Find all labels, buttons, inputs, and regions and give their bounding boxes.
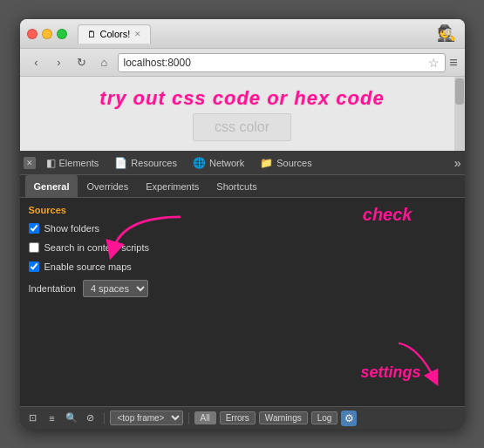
resources-icon: 📄 xyxy=(114,157,127,169)
minimize-button[interactable] xyxy=(42,29,52,39)
forward-button[interactable]: › xyxy=(50,53,69,72)
show-folders-checkbox[interactable] xyxy=(29,223,39,234)
indentation-row: Indentation 4 spaces 2 spaces Tab xyxy=(29,280,456,297)
tab-sources[interactable]: 📁 Sources xyxy=(253,151,318,174)
annotation-check: check xyxy=(363,205,412,225)
browser-menu-button[interactable]: ≡ xyxy=(449,55,457,71)
elements-label: Elements xyxy=(59,158,99,168)
resources-label: Resources xyxy=(131,158,177,168)
close-button[interactable] xyxy=(27,29,37,39)
scrollbar[interactable] xyxy=(454,77,465,151)
page-heading: try out css code or hex code xyxy=(99,87,384,110)
filter-errors-button[interactable]: Errors xyxy=(220,411,256,424)
annotation-settings: settings xyxy=(360,363,420,382)
divider xyxy=(104,412,105,424)
devtools-close-button[interactable]: ✕ xyxy=(24,157,36,169)
maximize-button[interactable] xyxy=(57,29,67,39)
network-icon: 🌐 xyxy=(193,157,206,169)
general-label: General xyxy=(34,181,70,192)
webpage-content: try out css code or hex code css color xyxy=(20,77,465,151)
home-button[interactable]: ⌂ xyxy=(95,53,114,72)
spy-avatar-icon: 🕵 xyxy=(437,24,458,44)
tab-close-button[interactable]: ✕ xyxy=(134,30,141,38)
network-label: Network xyxy=(209,158,244,168)
tab-area: 🗒 Colors! ✕ xyxy=(78,24,432,44)
source-maps-checkbox[interactable] xyxy=(29,261,39,272)
title-bar: 🗒 Colors! ✕ 🕵 xyxy=(20,19,465,49)
console-icon[interactable]: ≡ xyxy=(44,411,60,426)
back-button[interactable]: ‹ xyxy=(27,53,46,72)
filter-log-button[interactable]: Log xyxy=(311,411,338,424)
scrollbar-thumb[interactable] xyxy=(455,78,464,105)
traffic-lights xyxy=(27,29,67,39)
color-input-box[interactable]: css color xyxy=(193,113,291,141)
tab-elements[interactable]: ◧ Elements xyxy=(39,151,106,174)
tab-resources[interactable]: 📄 Resources xyxy=(107,151,184,174)
overrides-label: Overrides xyxy=(86,181,128,192)
tab-general[interactable]: General xyxy=(25,175,78,197)
checkbox-content-scripts: Search in content scripts xyxy=(29,240,456,255)
devtools-tab-bar: ✕ ◧ Elements 📄 Resources 🌐 Network 📁 Sou… xyxy=(20,151,465,175)
address-bar[interactable]: localhost:8000 ☆ xyxy=(118,53,447,72)
nav-bar: ‹ › ↻ ⌂ localhost:8000 ☆ ≡ xyxy=(20,49,465,77)
tab-overrides[interactable]: Overrides xyxy=(78,175,137,197)
filter-warnings-button[interactable]: Warnings xyxy=(259,411,308,424)
search-icon[interactable]: 🔍 xyxy=(64,411,79,426)
color-placeholder: css color xyxy=(215,119,269,134)
tab-shortcuts[interactable]: Shortcuts xyxy=(208,175,265,197)
gear-settings-button[interactable]: ⚙ xyxy=(341,411,357,426)
more-tabs-button[interactable]: » xyxy=(454,156,461,170)
refresh-button[interactable]: ↻ xyxy=(72,53,92,72)
sources-icon: 📁 xyxy=(260,157,273,169)
inspect-icon[interactable]: ⊡ xyxy=(25,411,41,426)
content-scripts-checkbox[interactable] xyxy=(29,242,39,253)
tab-icon: 🗒 xyxy=(87,30,96,39)
bottom-bar: ⊡ ≡ 🔍 ⊘ <top frame> All Errors Warnings … xyxy=(20,406,465,429)
frame-select[interactable]: <top frame> xyxy=(110,411,183,425)
browser-tab[interactable]: 🗒 Colors! ✕ xyxy=(78,24,152,44)
indentation-select[interactable]: 4 spaces 2 spaces Tab xyxy=(83,280,148,297)
browser-window: 🗒 Colors! ✕ 🕵 ‹ › ↻ ⌂ localhost:8000 ☆ ≡… xyxy=(20,19,465,429)
checkbox-source-maps: Enable source maps xyxy=(29,259,456,275)
address-text: localhost:8000 xyxy=(124,57,426,69)
shortcuts-label: Shortcuts xyxy=(216,181,256,192)
settings-tab-bar: General Overrides Experiments Shortcuts xyxy=(20,175,465,198)
bookmark-icon[interactable]: ☆ xyxy=(428,56,440,70)
filter-all-button[interactable]: All xyxy=(194,411,216,424)
tab-title: Colors! xyxy=(100,29,131,39)
experiments-label: Experiments xyxy=(146,181,199,192)
tab-network[interactable]: 🌐 Network xyxy=(186,151,251,174)
show-folders-label: Show folders xyxy=(44,223,100,234)
settings-content: Sources Show folders Search in content s… xyxy=(20,198,465,406)
block-icon[interactable]: ⊘ xyxy=(83,411,99,426)
sources-label: Sources xyxy=(276,158,311,168)
source-maps-label: Enable source maps xyxy=(44,261,132,272)
content-scripts-label: Search in content scripts xyxy=(44,242,149,253)
devtools-panel: ✕ ◧ Elements 📄 Resources 🌐 Network 📁 Sou… xyxy=(20,151,465,429)
divider2 xyxy=(188,412,189,424)
elements-icon: ◧ xyxy=(46,157,56,169)
tab-experiments[interactable]: Experiments xyxy=(137,175,208,197)
indentation-label: Indentation xyxy=(29,283,76,294)
